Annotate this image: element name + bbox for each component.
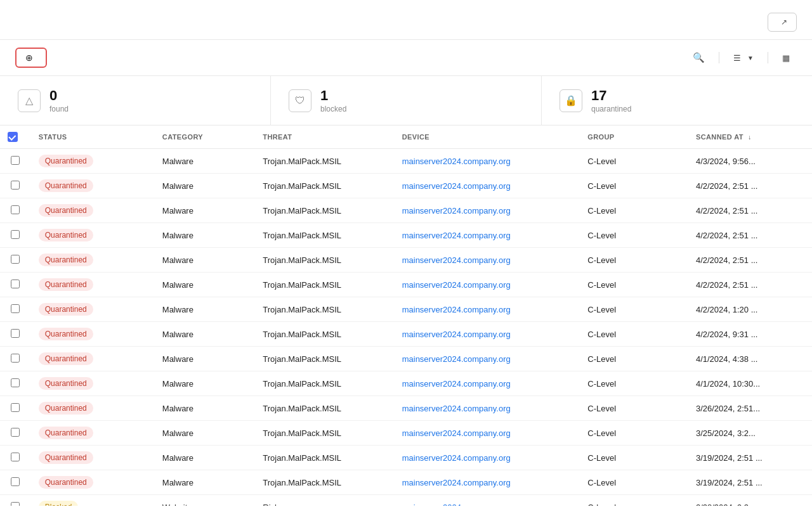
cell-device: mainserver2024.company.org	[395, 347, 580, 371]
table-row[interactable]: Quarantined Malware Trojan.MalPack.MSIL …	[0, 174, 812, 198]
row-checkbox[interactable]	[11, 378, 20, 387]
cell-checkbox	[0, 322, 31, 347]
cell-threat: Trojan.MalPack.MSIL	[255, 322, 394, 347]
device-link[interactable]: mainserver2024.company.org	[402, 231, 511, 240]
table-row[interactable]: Blocked Website Riskware mainserver2024.…	[0, 495, 812, 506]
device-link[interactable]: mainserver2024.company.org	[402, 280, 511, 290]
cell-group: C-Level	[580, 273, 688, 297]
cell-status: Quarantined	[31, 371, 155, 396]
device-link[interactable]: mainserver2024.company.org	[402, 478, 511, 487]
device-link[interactable]: mainserver2024.company.org	[402, 305, 511, 314]
status-badge: Quarantined	[39, 303, 93, 316]
cell-device: mainserver2024.company.org	[395, 446, 580, 470]
cell-checkbox	[0, 174, 31, 198]
table-row[interactable]: Quarantined Malware Trojan.MalPack.MSIL …	[0, 446, 812, 470]
cell-scanned-at: 3/26/2024, 2:51...	[688, 396, 812, 421]
row-checkbox[interactable]	[11, 181, 20, 190]
cell-category: Malware	[155, 198, 255, 223]
row-checkbox[interactable]	[11, 354, 20, 363]
cell-checkbox	[0, 446, 31, 470]
cell-status: Quarantined	[31, 322, 155, 347]
device-link[interactable]: mainserver2024.company.org	[402, 157, 511, 166]
stat-blocked-label: blocked	[320, 105, 346, 113]
stat-quarantined-label: quarantined	[591, 105, 631, 113]
device-link[interactable]: mainserver2024.company.org	[402, 330, 511, 339]
table-row[interactable]: Quarantined Malware Trojan.MalPack.MSIL …	[0, 149, 812, 174]
search-button[interactable]: 🔍	[689, 49, 709, 66]
cell-status: Quarantined	[31, 149, 155, 174]
table-body: Quarantined Malware Trojan.MalPack.MSIL …	[0, 149, 812, 506]
device-link[interactable]: mainserver2024.company.org	[402, 206, 511, 215]
cell-scanned-at: 3/19/2024, 2:51 ...	[688, 470, 812, 495]
cell-device: mainserver2024.company.org	[395, 322, 580, 347]
table-row[interactable]: Quarantined Malware Trojan.MalPack.MSIL …	[0, 421, 812, 446]
edit-columns-button[interactable]: ☰ ▼	[730, 51, 757, 65]
add-filters-button[interactable]: ▦	[778, 51, 797, 65]
table-row[interactable]: Quarantined Malware Trojan.MalPack.MSIL …	[0, 273, 812, 297]
row-checkbox[interactable]	[11, 304, 20, 313]
cell-category: Malware	[155, 297, 255, 322]
cell-threat: Trojan.MalPack.MSIL	[255, 149, 394, 174]
table-row[interactable]: Quarantined Malware Trojan.MalPack.MSIL …	[0, 322, 812, 347]
status-badge: Quarantined	[39, 377, 93, 390]
row-checkbox[interactable]	[11, 477, 20, 486]
cell-group: C-Level	[580, 495, 688, 506]
advanced-settings-button[interactable]: ↗	[768, 13, 797, 32]
cell-group: C-Level	[580, 297, 688, 322]
row-checkbox[interactable]	[11, 280, 20, 288]
cell-checkbox	[0, 396, 31, 421]
cell-threat: Trojan.MalPack.MSIL	[255, 223, 394, 248]
row-checkbox[interactable]	[11, 329, 20, 338]
table-row[interactable]: Quarantined Malware Trojan.MalPack.MSIL …	[0, 248, 812, 273]
status-badge: Quarantined	[39, 427, 93, 439]
status-badge: Quarantined	[39, 328, 93, 340]
cell-device: mainserver2024.company.org	[395, 470, 580, 495]
table-row[interactable]: Quarantined Malware Trojan.MalPack.MSIL …	[0, 371, 812, 396]
page-header: ↗	[0, 0, 812, 40]
device-link[interactable]: mainserver2024.company.org	[402, 379, 511, 389]
cell-checkbox	[0, 297, 31, 322]
device-link[interactable]: mainserver2024.company.org	[402, 503, 511, 506]
table-row[interactable]: Quarantined Malware Trojan.MalPack.MSIL …	[0, 297, 812, 322]
device-link[interactable]: mainserver2024.company.org	[402, 453, 511, 463]
row-checkbox[interactable]	[11, 156, 20, 165]
select-all-checkbox[interactable]	[8, 132, 18, 142]
table-row[interactable]: Quarantined Malware Trojan.MalPack.MSIL …	[0, 396, 812, 421]
cell-group: C-Level	[580, 248, 688, 273]
row-checkbox[interactable]	[11, 230, 20, 239]
cell-scanned-at: 4/2/2024, 2:51 ...	[688, 223, 812, 248]
row-checkbox[interactable]	[11, 255, 20, 264]
cell-device: mainserver2024.company.org	[395, 149, 580, 174]
cell-category: Malware	[155, 322, 255, 347]
device-link[interactable]: mainserver2024.company.org	[402, 428, 511, 438]
device-link[interactable]: mainserver2024.company.org	[402, 354, 511, 364]
cell-category: Malware	[155, 396, 255, 421]
th-checkbox	[0, 125, 31, 149]
row-checkbox[interactable]	[11, 205, 20, 214]
table-scroll-area[interactable]: STATUS CATEGORY THREAT DEVICE GROUP SCAN…	[0, 125, 812, 506]
th-threat: THREAT	[255, 125, 394, 149]
table-row[interactable]: Quarantined Malware Trojan.MalPack.MSIL …	[0, 347, 812, 371]
status-badge: Quarantined	[39, 254, 93, 266]
device-link[interactable]: mainserver2024.company.org	[402, 255, 511, 265]
row-checkbox[interactable]	[11, 502, 20, 506]
cell-scanned-at: 2/28/2024, 9:2...	[688, 495, 812, 506]
device-link[interactable]: mainserver2024.company.org	[402, 181, 511, 191]
status-badge: Quarantined	[39, 352, 93, 365]
table-row[interactable]: Quarantined Malware Trojan.MalPack.MSIL …	[0, 198, 812, 223]
table-row[interactable]: Quarantined Malware Trojan.MalPack.MSIL …	[0, 223, 812, 248]
table-row[interactable]: Quarantined Malware Trojan.MalPack.MSIL …	[0, 470, 812, 495]
row-checkbox[interactable]	[11, 428, 20, 437]
create-exclusion-button[interactable]: ⊕	[15, 48, 47, 68]
toolbar: ⊕ 🔍 ☰ ▼ ▦	[0, 40, 812, 76]
status-badge: Quarantined	[39, 155, 93, 167]
cell-scanned-at: 4/2/2024, 1:20 ...	[688, 297, 812, 322]
row-checkbox[interactable]	[11, 403, 20, 412]
th-scanned-at[interactable]: SCANNED AT ↓	[688, 125, 812, 149]
device-link[interactable]: mainserver2024.company.org	[402, 404, 511, 413]
stat-blocked-count: 1	[320, 87, 346, 104]
cell-device: mainserver2024.company.org	[395, 198, 580, 223]
row-checkbox[interactable]	[11, 453, 20, 461]
toolbar-right: 🔍 ☰ ▼ ▦	[689, 49, 797, 66]
th-group: GROUP	[580, 125, 688, 149]
